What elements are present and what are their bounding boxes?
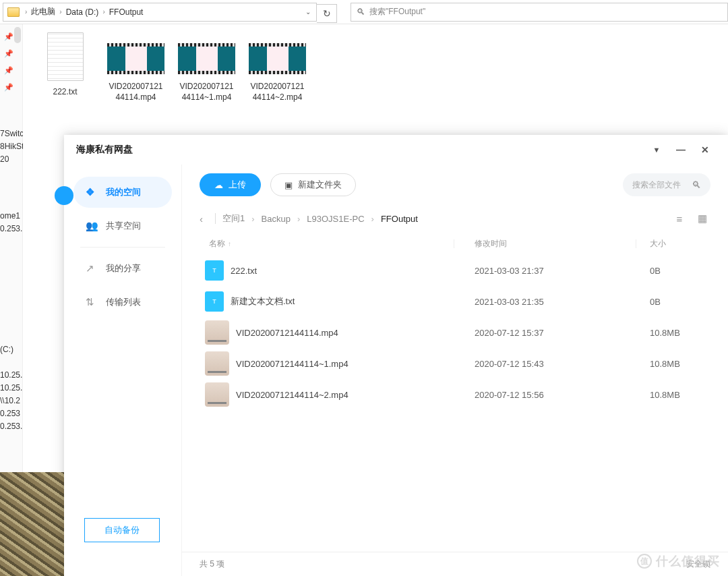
file-item[interactable]: VID20200712144114.mp4 [107, 32, 164, 103]
share-icon: ↗ [86, 262, 98, 275]
video-thumb-icon [205, 382, 229, 407]
file-size: 0B [650, 297, 710, 307]
window-titlebar[interactable]: 海康私有网盘 ▼ — ✕ [64, 135, 728, 165]
divider [215, 213, 216, 224]
breadcrumb-item[interactable]: Backup [262, 214, 291, 224]
cloud-sidebar: ❖ 我的空间 👥 共享空间 ↗ 我的分享 ⇅ 传输列表 自动备份 [64, 165, 182, 576]
column-size[interactable]: 大小 [650, 238, 710, 250]
explorer-search-input[interactable]: 🔍︎ 搜索"FFOutput" [351, 3, 728, 22]
address-box[interactable]: › 此电脑 › Data (D:) › FFOutput ⌄ [3, 3, 317, 22]
column-date[interactable]: 修改时间 [475, 238, 650, 250]
breadcrumb-item[interactable]: FFOutput [107, 7, 146, 17]
explorer-file-pane: 222.txt VID20200712144114.mp4 VID2020071… [23, 24, 728, 139]
chevron-right-icon: › [371, 214, 374, 224]
window-title: 海康私有网盘 [76, 144, 133, 156]
transfer-icon: ⇅ [86, 296, 98, 308]
video-thumb-icon [249, 43, 306, 74]
sort-asc-icon: ↑ [228, 240, 231, 248]
video-thumb-icon [107, 43, 164, 74]
chevron-right-icon: › [297, 214, 300, 224]
sidebar-item-transfer-list[interactable]: ⇅ 传输列表 [73, 287, 172, 318]
sidebar-item-label: 共享空间 [106, 220, 141, 232]
sidebar-item-my-share[interactable]: ↗ 我的分享 [73, 253, 172, 284]
back-button[interactable]: ‹ [200, 213, 208, 225]
file-name: 新建文本文档.txt [231, 295, 475, 308]
search-placeholder: 搜索"FFOutput" [369, 6, 425, 18]
pin-icon: 📌 [4, 49, 22, 58]
sidebar-item-label: 传输列表 [106, 296, 141, 308]
txt-file-icon: T [205, 260, 224, 281]
minimize-button[interactable]: — [669, 144, 693, 155]
folder-icon [7, 7, 20, 17]
background-image [0, 472, 64, 576]
explorer-address-bar: › 此电脑 › Data (D:) › FFOutput ⌄ ↻ 🔍︎ 搜索"F… [0, 0, 728, 24]
cloud-upload-icon: ☁ [214, 180, 223, 190]
file-size: 10.8MB [650, 328, 710, 338]
chevron-right-icon: › [24, 8, 28, 16]
video-thumb-icon [205, 351, 229, 376]
file-name: 222.txt [231, 266, 475, 276]
file-item[interactable]: VID20200712144114~1.mp4 [178, 32, 235, 103]
cloud-breadcrumb: ‹ 空间1 › Backup › L93OJS1E-PC › FFOutput … [182, 205, 728, 232]
scrollbar-thumb[interactable] [14, 27, 21, 43]
brand-accent-icon [55, 186, 73, 205]
grid-view-icon[interactable]: ▦ [694, 212, 710, 225]
column-name[interactable]: 名称 ↑ [209, 238, 475, 250]
auto-backup-button[interactable]: 自动备份 [84, 518, 160, 542]
file-name: VID20200712144114~2.mp4 [249, 81, 306, 103]
list-view-icon[interactable]: ≡ [671, 213, 688, 225]
sidebar-item-label: 我的空间 [106, 186, 141, 198]
file-date: 2021-03-03 21:37 [475, 266, 650, 276]
file-item[interactable]: 222.txt [36, 32, 94, 103]
pin-icon: 📌 [4, 83, 22, 92]
file-row[interactable]: VID20200712144114.mp42020-07-12 15:3710.… [182, 317, 728, 348]
file-row[interactable]: T222.txt2021-03-03 21:370B [182, 255, 728, 286]
breadcrumb-item[interactable]: L93OJS1E-PC [307, 214, 364, 224]
file-name: VID20200712144114~1.mp4 [236, 359, 475, 369]
chevron-right-icon: › [101, 8, 106, 16]
file-row[interactable]: T新建文本文档.txt2021-03-03 21:350B [182, 286, 728, 317]
cloud-main-pane: ☁ 上传 ▣ 新建文件夹 搜索全部文件 🔍︎ ‹ 空间1 › Backup [182, 165, 728, 576]
file-name: 222.txt [36, 86, 94, 97]
breadcrumb-item[interactable]: 空间1 [222, 212, 245, 225]
close-button[interactable]: ✕ [693, 144, 717, 155]
file-row[interactable]: VID20200712144114~2.mp42020-07-12 15:561… [182, 379, 728, 410]
sidebar-item-shared-space[interactable]: 👥 共享空间 [73, 210, 172, 241]
file-size: 10.8MB [650, 359, 710, 369]
txt-file-icon [47, 32, 84, 81]
item-count: 共 5 项 [200, 558, 224, 570]
folder-plus-icon: ▣ [284, 180, 293, 190]
breadcrumb-item[interactable]: 此电脑 [28, 6, 58, 18]
nav-strip-labels: 7Switch 8HikSt 20 ome1 0.253.1 [0, 129, 23, 237]
file-size: 0B [650, 266, 710, 276]
divider [80, 247, 165, 248]
nav-strip-labels: (C:) 10.25. 10.25. \\10.2 0.253 0.253.1 [0, 345, 23, 434]
file-name: VID20200712144114~1.mp4 [178, 81, 235, 103]
search-icon: 🔍︎ [357, 7, 365, 17]
video-thumb-icon [178, 43, 235, 74]
file-list-header: 名称 ↑ 修改时间 大小 [182, 232, 728, 255]
watermark: 值 什么值得买 [637, 553, 720, 569]
breadcrumb-item[interactable]: Data (D:) [63, 7, 102, 17]
chevron-down-icon[interactable]: ⌄ [305, 8, 311, 16]
upload-button[interactable]: ☁ 上传 [200, 173, 261, 196]
caret-down-icon[interactable]: ▼ [644, 146, 669, 154]
search-placeholder: 搜索全部文件 [632, 179, 681, 191]
chevron-right-icon: › [58, 8, 63, 16]
file-name: VID20200712144114.mp4 [236, 328, 475, 338]
file-date: 2020-07-12 15:37 [475, 328, 650, 338]
file-list: T222.txt2021-03-03 21:370BT新建文本文档.txt202… [182, 255, 728, 410]
file-date: 2020-07-12 15:43 [475, 359, 650, 369]
video-thumb-icon [205, 320, 229, 345]
pin-icon: 📌 [4, 66, 22, 75]
file-size: 10.8MB [650, 390, 710, 400]
new-folder-button[interactable]: ▣ 新建文件夹 [270, 173, 356, 196]
breadcrumb-item-current: FFOutput [381, 214, 418, 224]
sidebar-item-my-space[interactable]: ❖ 我的空间 [73, 177, 172, 208]
cloud-disk-window: 海康私有网盘 ▼ — ✕ ❖ 我的空间 👥 共享空间 ↗ 我的分享 ⇅ 传输列表 [64, 135, 728, 576]
file-row[interactable]: VID20200712144114~1.mp42020-07-12 15:431… [182, 348, 728, 379]
cloud-search-input[interactable]: 搜索全部文件 🔍︎ [623, 173, 710, 196]
refresh-button[interactable]: ↻ [317, 4, 337, 23]
file-item[interactable]: VID20200712144114~2.mp4 [249, 32, 306, 103]
file-name: VID20200712144114~2.mp4 [236, 390, 475, 400]
